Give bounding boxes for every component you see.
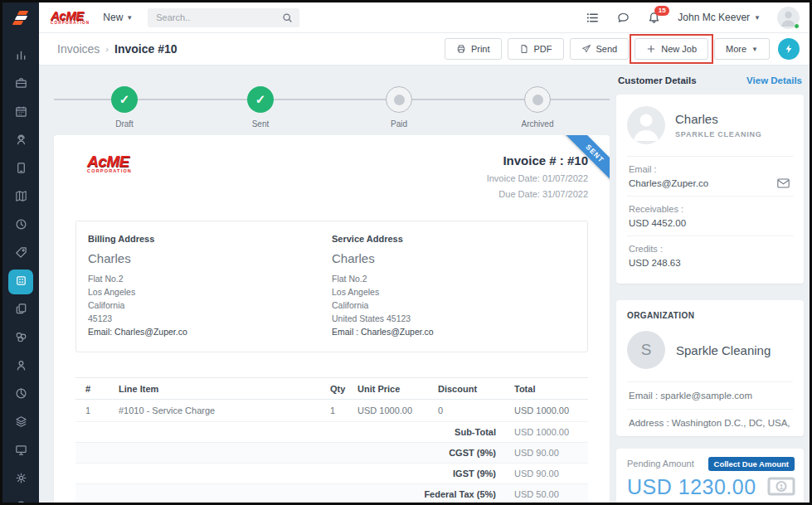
print-button[interactable]: Print <box>445 38 502 60</box>
send-button[interactable]: Send <box>570 38 630 60</box>
plus-icon <box>646 44 656 54</box>
subtotal-value: USD 1000.00 <box>514 427 588 437</box>
search-input[interactable] <box>148 8 299 27</box>
billing-email: Email: Charles@Zuper.co <box>88 327 332 337</box>
collect-due-amount-button[interactable]: Collect Due Amount <box>708 457 795 471</box>
chevron-down-icon: ▼ <box>754 14 761 22</box>
acme-logo-sub: CORPORATION <box>51 22 90 26</box>
sidebar-item-pricing[interactable] <box>8 241 33 266</box>
user-name: John Mc Keever <box>678 12 750 23</box>
cell-total: USD 1000.00 <box>514 405 588 415</box>
main-content: ✓ Draft ✓ Sent Paid Archived SENT <box>39 66 810 503</box>
sidebar-item-reports[interactable] <box>8 382 33 407</box>
tag-icon <box>14 245 28 263</box>
pdf-button[interactable]: PDF <box>508 38 564 60</box>
step-archived[interactable]: Archived <box>500 75 575 129</box>
notifications-bell-icon[interactable]: 15 <box>647 11 661 25</box>
more-label: More <box>726 44 746 54</box>
sidebar-item-timesheets[interactable] <box>8 213 33 238</box>
totals-row-cgst: CGST (9%) USD 90.00 <box>75 443 588 464</box>
user-headset-icon <box>14 133 28 150</box>
list-menu-icon[interactable] <box>586 11 600 25</box>
sidebar-item-help[interactable] <box>8 495 33 505</box>
layers-icon <box>14 415 28 432</box>
sidebar-item-calendar[interactable] <box>8 100 33 125</box>
customer-card: Charles SPARKLE CLEANING Email : Charles… <box>616 95 804 284</box>
table-row: 1 #1010 - Service Charge 1 USD 1000.00 0… <box>75 400 588 422</box>
receivables-label: Receivables : <box>629 204 791 214</box>
step-label: Paid <box>362 119 436 129</box>
sidebar-item-payments[interactable] <box>8 326 33 351</box>
envelope-icon[interactable] <box>777 177 790 192</box>
sidebar-item-jobs[interactable] <box>8 72 33 97</box>
sidebar-item-settings[interactable] <box>8 467 33 492</box>
printer-icon <box>456 44 466 54</box>
search-icon[interactable] <box>282 12 293 27</box>
customer-receivables-row: Receivables : USD 4452.00 <box>627 196 793 236</box>
billing-line: Los Angeles <box>88 287 332 297</box>
user-avatar[interactable] <box>777 7 800 29</box>
user-icon <box>14 358 28 376</box>
service-address-title: Service Address <box>332 234 576 244</box>
acme-logo-text: AcME <box>87 153 132 169</box>
subtotal-label: Sub-Total <box>75 427 514 437</box>
service-name: Charles <box>332 251 576 265</box>
chat-icon[interactable] <box>616 11 630 25</box>
billing-address-title: Billing Address <box>88 234 332 244</box>
step-sent[interactable]: ✓ Sent <box>223 75 298 129</box>
acme-logo: AcME CORPORATION <box>51 9 90 26</box>
bar-chart-icon <box>14 48 28 66</box>
view-details-link[interactable]: View Details <box>746 75 802 85</box>
pie-chart-icon <box>14 386 28 404</box>
notification-count-badge: 15 <box>654 6 669 16</box>
cgst-label: CGST (9%) <box>75 448 514 458</box>
customer-email-row: Email : Charles@Zuper.co <box>627 156 793 196</box>
sidebar-item-map[interactable] <box>8 185 33 210</box>
line-items-table: # Line Item Qty Unit Price Discount Tota… <box>75 377 588 505</box>
step-label: Archived <box>500 119 575 129</box>
clock-icon <box>14 217 28 235</box>
global-search <box>148 8 299 27</box>
breadcrumb-invoices[interactable]: Invoices <box>57 42 100 56</box>
sidebar-item-display[interactable] <box>8 439 33 464</box>
step-label: Draft <box>87 119 162 129</box>
cell-qty: 1 <box>330 405 357 415</box>
zuper-logo[interactable] <box>2 2 39 33</box>
more-button[interactable]: More ▼ <box>714 38 770 60</box>
service-line: California <box>332 300 576 310</box>
sidebar-item-customers[interactable] <box>8 129 33 153</box>
new-menu-button[interactable]: New ▼ <box>103 12 133 23</box>
quick-actions-button[interactable] <box>778 38 800 60</box>
sidebar-item-dashboard[interactable] <box>8 44 33 69</box>
chevron-down-icon: ▼ <box>751 46 758 53</box>
sidebar-item-teams[interactable] <box>8 354 33 379</box>
organization-email: Email : sparkle@sample.com <box>627 381 793 409</box>
sidebar-item-quotes[interactable] <box>8 298 33 323</box>
col-header-item: Line Item <box>109 384 330 394</box>
sidebar-item-devices[interactable] <box>8 157 33 182</box>
service-line: United States 45123 <box>332 313 576 323</box>
sidebar-item-invoices[interactable] <box>8 269 33 294</box>
cell-discount: 0 <box>438 405 514 415</box>
col-header-num: # <box>75 384 109 394</box>
igst-label: IGST (9%) <box>75 469 514 478</box>
step-paid[interactable]: Paid <box>362 75 436 129</box>
lightning-bolt-icon <box>784 44 794 54</box>
new-job-button[interactable]: New Job <box>635 38 708 60</box>
monitor-icon <box>14 443 28 460</box>
invoice-icon <box>14 274 28 291</box>
user-menu[interactable]: John Mc Keever ▼ <box>678 12 761 23</box>
chevron-down-icon: ▼ <box>126 14 133 22</box>
col-header-total: Total <box>514 384 588 394</box>
invoice-status-stepper: ✓ Draft ✓ Sent Paid Archived <box>54 75 610 130</box>
briefcase-icon <box>14 76 28 94</box>
send-icon <box>581 44 591 54</box>
step-draft[interactable]: ✓ Draft <box>87 75 162 129</box>
col-header-qty: Qty <box>330 384 357 394</box>
step-label: Sent <box>223 119 298 129</box>
sidebar-item-parts[interactable] <box>8 410 33 435</box>
service-address: Service Address Charles Flat No.2 Los An… <box>332 234 576 337</box>
col-header-discount: Discount <box>438 384 514 394</box>
breadcrumb: Invoices › Invoice #10 <box>57 42 177 56</box>
credits-label: Credits : <box>629 244 791 254</box>
